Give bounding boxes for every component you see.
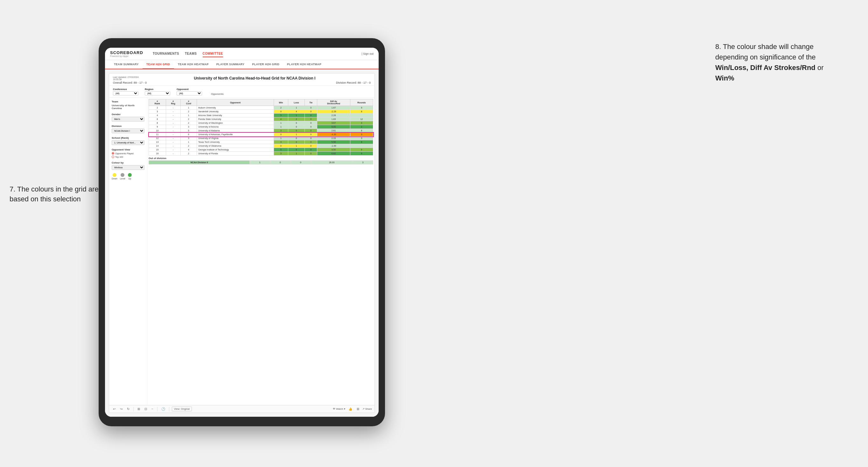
view-original-btn[interactable]: View: Original [172,407,192,411]
filters-section: Conference (All) Region (All) [109,86,374,98]
col-conf: #Conf [180,99,197,106]
tablet-screen: SCOREBOARD Powered by clippd TOURNAMENTS… [105,48,379,417]
legend: Down Level Up [112,173,145,180]
table-row: 2 - 1 Auburn University 2 1 0 1.67 9 [149,106,373,110]
cell-reg: - [166,117,180,121]
gender-select[interactable]: Men's [112,117,145,122]
sub-nav-team-summary[interactable]: TEAM SUMMARY [110,60,143,69]
cell-win: 1 [274,125,288,129]
cell-rank: 9 [149,125,166,129]
cell-conf: 2 [180,110,197,114]
share-btn[interactable]: ↗ Share [363,407,372,410]
colour-by-select[interactable]: Win/loss [112,165,145,170]
nav-item-tournaments[interactable]: TOURNAMENTS [153,51,179,57]
cell-loss: 0 [288,140,305,144]
annotation-left: 7. The colours in the grid are based on … [9,185,99,204]
cell-conf: 3 [180,125,197,129]
filter-conference: Conference (All) [113,88,138,95]
out-of-division-row: NCAA Division II 1 0 0 26.00 3 [149,161,373,164]
cell-tie: 0 [305,129,317,133]
watch-btn[interactable]: 👁 Watch ▾ [333,407,345,410]
sub-nav-player-h2h-grid[interactable]: PLAYER H2H GRID [248,60,283,69]
dash-btn[interactable]: − [150,407,155,411]
cell-tie: 0 [305,144,317,148]
cell-win: 4 [274,117,288,121]
opponent-select[interactable]: (All) [177,91,202,95]
cell-conf: 2 [180,152,197,156]
history-btn[interactable]: ↻ [126,407,131,411]
cell-tie: 0 [305,121,317,125]
cell-conf: 1 [180,106,197,110]
col-reg: #Reg [166,99,180,106]
cell-loss: 2 [288,117,305,121]
region-select[interactable]: (All) [145,91,170,95]
out-of-division-table: NCAA Division II 1 0 0 26.00 3 [149,160,373,164]
col-loss: Loss [288,99,305,106]
division-select[interactable]: NCAA Division I [112,128,145,133]
cell-conf: 3 [180,136,197,140]
cell-rounds: 2 [350,125,373,129]
table-row: 3 - 2 Vanderbilt University 0 4 0 -2.29 … [149,110,373,114]
cell-reg: - [166,114,180,117]
cell-reg: - [166,144,180,148]
report-title: University of North Carolina Head-to-Hea… [139,76,371,81]
cell-diff: 6.62 [317,152,350,156]
col-rounds: Rounds [350,99,373,106]
cell-tie: 0 [305,136,317,140]
nav-item-teams[interactable]: TEAMS [185,51,197,57]
sub-nav-player-summary[interactable]: PLAYER SUMMARY [213,60,248,69]
cell-win: 0 [274,110,288,114]
cell-loss: 0 [288,129,305,133]
report-header: Last Updated: 27/03/2024 16:55:38 Univer… [109,73,374,86]
cell-rank: 10 [149,129,166,133]
cell-loss: 4 [288,110,305,114]
cell-reg: - [166,121,180,125]
last-updated: Last Updated: 27/03/2024 16:55:38 [113,76,139,81]
sub-nav-player-h2h-heatmap[interactable]: PLAYER H2H HEATMAP [283,60,325,69]
cell-rounds: 8 [350,129,373,133]
nav-item-committee[interactable]: COMMITTEE [203,51,223,57]
sidebar: Team University of North Carolina Gender… [109,98,147,405]
school-select[interactable]: 1. University of Nort... [112,140,145,145]
logo-area: SCOREBOARD Powered by clippd [110,50,143,57]
filter-opponent: Opponent (All) [177,88,202,95]
cell-rounds: 9 [350,148,373,152]
table-row: 8 - 2 University of Washington 1 0 0 3.6… [149,121,373,125]
copy-btn[interactable]: ⊞ [136,407,141,411]
cell-rank: 13 [149,140,166,144]
cell-diff: 4.50 [317,148,350,152]
sign-out-link[interactable]: | Sign out [362,52,374,55]
cell-team: Florida State University [197,117,274,121]
content-area: Last Updated: 27/03/2024 16:55:38 Univer… [105,69,379,417]
cell-conf: 1 [180,140,197,144]
paste-btn[interactable]: ⊡ [143,407,148,411]
conference-select[interactable]: (All) [113,91,138,95]
radio-top-100[interactable]: Top 100 [112,156,145,158]
undo-btn[interactable]: ↩ [112,407,117,411]
sub-nav-team-h2h-grid[interactable]: TEAM H2H GRID [143,60,174,69]
redo-btn[interactable]: ↪ [119,407,124,411]
sub-nav-team-h2h-heatmap[interactable]: TEAM H2H HEATMAP [174,60,213,69]
cell-loss: 0 [288,148,305,152]
cell-rounds: 12 [350,117,373,121]
cell-win: 0 [274,133,288,136]
cell-rounds: 9 [350,106,373,110]
thumb-btn[interactable]: 👍 [347,407,353,411]
cell-diff: 2.61 [317,129,350,133]
cell-diff: -2.29 [317,110,350,114]
cell-team: University of Virginia [197,136,274,140]
col-opponent: Opponent [197,99,274,106]
cell-win: 0 [274,144,288,148]
cell-rounds: 3 [350,136,373,140]
cell-rounds [350,144,373,148]
cell-rounds: 9 [350,152,373,156]
cell-loss: 1 [288,106,305,110]
cell-tie: 0 [305,133,317,136]
data-table: #Rank #Reg #Conf Opponent Win Loss Tie D… [149,99,373,156]
clock-btn[interactable]: 🕐 [160,407,166,411]
grid-btn[interactable]: ⊞ [355,407,361,411]
cell-diff: -1.00 [317,144,350,148]
cell-reg: - [166,152,180,156]
radio-opponents-played[interactable]: Opponents Played [112,152,145,155]
cell-team: Texas Tech University [197,140,274,144]
